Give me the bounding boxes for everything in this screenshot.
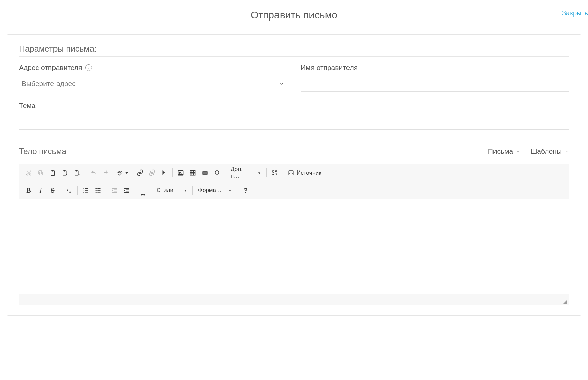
unlink-button[interactable] (146, 167, 158, 179)
image-button[interactable] (175, 167, 187, 179)
svg-text:x: x (69, 190, 71, 193)
svg-marker-15 (125, 172, 128, 174)
strikethrough-button[interactable]: S (47, 184, 59, 196)
svg-rect-27 (202, 172, 208, 173)
info-icon[interactable]: i (85, 64, 92, 71)
letters-dropdown-label: Письма (488, 147, 513, 155)
chevron-down-icon (279, 81, 285, 87)
toolbar-separator (172, 168, 173, 177)
svg-text:T: T (66, 173, 67, 176)
extras-combo[interactable]: Доп. п… ▼ (227, 167, 264, 179)
templates-dropdown[interactable]: Шаблоны (530, 147, 569, 155)
horizontal-rule-button[interactable] (199, 167, 211, 179)
cut-button[interactable] (23, 167, 35, 179)
svg-point-39 (96, 192, 97, 193)
paste-text-button[interactable]: T (59, 167, 71, 179)
rich-text-editor: T W ABC (19, 164, 569, 305)
format-combo[interactable]: Форма… ▼ (195, 184, 235, 196)
caret-down-icon: ▼ (258, 171, 261, 175)
undo-button[interactable] (87, 167, 100, 179)
letters-dropdown[interactable]: Письма (488, 147, 520, 155)
caret-down-icon: ▼ (228, 189, 232, 192)
redo-button[interactable] (100, 167, 112, 179)
divider (19, 56, 569, 57)
svg-rect-41 (97, 190, 100, 191)
svg-rect-43 (112, 188, 117, 189)
svg-text:W: W (78, 173, 80, 176)
numbered-list-button[interactable]: 123 (80, 184, 92, 196)
svg-rect-49 (126, 190, 129, 190)
italic-button[interactable]: I (35, 184, 47, 196)
styles-combo[interactable]: Стили ▼ (153, 184, 190, 196)
svg-rect-26 (203, 174, 208, 175)
toolbar-separator (114, 168, 114, 177)
svg-rect-35 (85, 190, 88, 191)
subject-input[interactable] (19, 114, 569, 130)
svg-point-18 (179, 172, 180, 173)
svg-rect-48 (124, 188, 129, 189)
toolbar-separator (192, 186, 193, 195)
toolbar-separator (61, 186, 61, 195)
anchor-button[interactable] (158, 167, 170, 179)
templates-dropdown-label: Шаблоны (530, 147, 562, 155)
maximize-button[interactable] (269, 167, 281, 179)
bullet-list-button[interactable] (92, 184, 104, 196)
toolbar-separator (237, 186, 237, 195)
editor-content-area[interactable] (19, 199, 569, 294)
source-button-label: Источник (297, 169, 321, 176)
svg-text:I: I (67, 187, 69, 192)
svg-text:ABC: ABC (117, 171, 122, 173)
toolbar-separator (225, 168, 225, 177)
svg-rect-19 (190, 170, 195, 175)
spellcheck-button[interactable]: ABC (116, 167, 130, 179)
link-button[interactable] (134, 167, 146, 179)
toolbar-separator (85, 168, 85, 177)
sender-address-label-text: Адрес отправителя (19, 64, 82, 72)
svg-rect-45 (114, 191, 117, 192)
svg-rect-6 (51, 171, 55, 176)
svg-rect-40 (97, 188, 100, 189)
svg-rect-44 (114, 190, 117, 190)
help-button[interactable]: ? (240, 184, 252, 196)
sender-address-select[interactable]: Выберите адрес (19, 76, 287, 92)
sender-name-input[interactable] (301, 76, 569, 92)
svg-marker-53 (563, 300, 567, 304)
toolbar-separator (283, 168, 283, 177)
toolbar-separator (77, 186, 78, 195)
svg-rect-12 (76, 170, 77, 172)
svg-rect-7 (52, 170, 54, 172)
svg-rect-24 (203, 171, 208, 172)
paste-word-button[interactable]: W (71, 167, 83, 179)
sender-name-label: Имя отправителя (301, 64, 569, 72)
toolbar-separator (106, 186, 106, 195)
body-section-title: Тело письма (19, 147, 66, 156)
compose-card: Параметры письма: Адрес отправителя i Вы… (7, 34, 581, 316)
table-button[interactable] (187, 167, 199, 179)
format-combo-label: Форма… (198, 187, 222, 194)
svg-point-38 (96, 190, 97, 191)
page-title: Отправить письмо (251, 9, 337, 21)
styles-combo-label: Стили (157, 187, 173, 194)
editor-status-bar (19, 294, 569, 305)
sender-address-value: Выберите адрес (22, 80, 76, 88)
toolbar-separator (266, 168, 267, 177)
copy-button[interactable] (35, 167, 47, 179)
svg-rect-4 (40, 172, 43, 175)
svg-rect-36 (85, 192, 88, 193)
resize-grip-icon[interactable] (563, 300, 567, 304)
divider (19, 159, 569, 159)
svg-text:3: 3 (83, 191, 84, 193)
close-button[interactable]: Закрыть (562, 9, 588, 17)
svg-rect-46 (112, 192, 117, 193)
bold-button[interactable]: B (23, 184, 35, 196)
svg-rect-9 (64, 170, 65, 172)
source-button[interactable]: Источник (285, 167, 324, 179)
outdent-button[interactable] (108, 184, 120, 196)
toolbar-separator (151, 186, 151, 195)
special-char-button[interactable]: Ω (211, 167, 223, 179)
paste-button[interactable] (47, 167, 59, 179)
remove-format-button[interactable]: Ix (63, 184, 75, 196)
svg-rect-5 (39, 171, 42, 174)
blockquote-button[interactable]: ,, (137, 184, 149, 196)
indent-button[interactable] (120, 184, 133, 196)
